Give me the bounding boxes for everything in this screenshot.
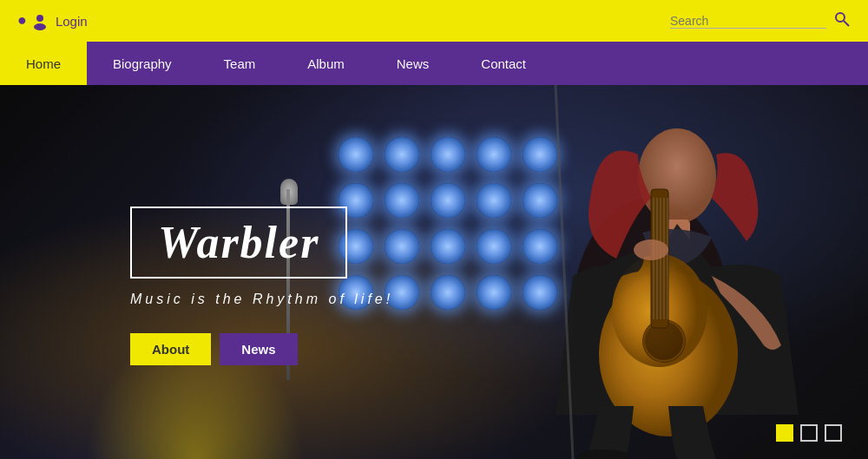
search-button[interactable] xyxy=(833,10,851,32)
light-1 xyxy=(339,137,373,172)
guitarist-illustration xyxy=(382,85,868,459)
nav-item-home[interactable]: Home xyxy=(0,42,87,85)
hero-title-box: Warbler xyxy=(130,207,347,279)
svg-point-5 xyxy=(638,128,716,224)
slider-dots xyxy=(776,424,842,442)
svg-point-0 xyxy=(36,15,43,22)
hero-buttons: About News xyxy=(130,333,393,365)
slider-dot-3[interactable] xyxy=(825,424,842,442)
nav-item-album[interactable]: Album xyxy=(281,42,371,85)
nav-item-news[interactable]: News xyxy=(371,42,456,85)
nav-bar: Home Biography Team Album News Contact xyxy=(0,42,868,85)
hero-title: Warbler xyxy=(158,217,319,268)
search-input[interactable] xyxy=(670,14,826,29)
about-button[interactable]: About xyxy=(130,333,211,365)
slider-dot-1[interactable] xyxy=(776,424,793,442)
nav-item-biography[interactable]: Biography xyxy=(87,42,198,85)
login-area[interactable]: ● Login xyxy=(17,11,88,30)
user-icon: ● xyxy=(17,11,49,30)
hero-section: Warbler Music is the Rhythm of life! Abo… xyxy=(0,85,868,459)
person-icon xyxy=(31,13,49,30)
nav-item-team[interactable]: Team xyxy=(198,42,282,85)
search-icon xyxy=(833,10,851,28)
login-label: Login xyxy=(56,14,88,29)
nav-item-contact[interactable]: Contact xyxy=(455,42,552,85)
hero-content: Warbler Music is the Rhythm of life! Abo… xyxy=(130,207,393,365)
news-button[interactable]: News xyxy=(220,333,297,365)
top-bar: ● Login xyxy=(0,0,868,42)
hero-subtitle: Music is the Rhythm of life! xyxy=(130,292,393,307)
svg-point-1 xyxy=(34,23,46,30)
svg-point-2 xyxy=(836,13,845,22)
search-area xyxy=(670,10,851,32)
svg-line-3 xyxy=(844,21,849,26)
svg-point-18 xyxy=(634,239,668,260)
slider-dot-2[interactable] xyxy=(800,424,818,442)
